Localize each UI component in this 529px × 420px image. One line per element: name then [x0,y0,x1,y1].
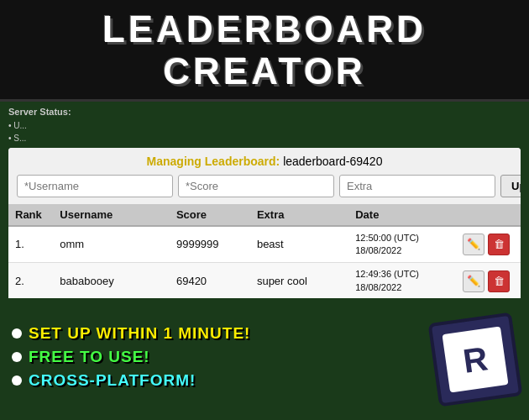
table-row: 2. bababooey 69420 super cool 12:49:36 (… [8,263,521,300]
logo-icon: R [428,312,523,407]
cell-username: bababooey [53,263,170,300]
score-input[interactable] [178,175,334,197]
bullet-icon [12,375,22,386]
header-banner: LEADERBOARD CREATOR [0,0,529,102]
username-input[interactable] [17,175,173,197]
managing-label: Managing Leaderboard: [147,155,284,168]
server-status-line2: • S... [8,132,521,144]
col-header-actions [456,204,521,226]
bullet-icon [12,352,22,362]
col-header-date: Date [348,204,456,226]
promo-area: SET UP WITHIN 1 MINUTE!FREE TO USE!CROSS… [0,298,529,420]
promo-line: CROSS-PLATFORM! [12,371,425,390]
cell-date: 12:49:36 (UTC)18/08/2022 [348,263,456,300]
cell-extra: beast [250,226,348,263]
promo-label: SET UP WITHIN 1 MINUTE! [29,324,250,343]
promo-label: CROSS-PLATFORM! [29,371,196,390]
cell-username: omm [53,226,170,263]
delete-button[interactable]: 🗑 [488,234,510,255]
promo-line: FREE TO USE! [12,348,425,366]
app-title: LEADERBOARD CREATOR [13,8,516,92]
server-status-label: Server Status: [8,105,521,119]
upload-button[interactable]: Upload New Entry [500,175,521,197]
input-row: Upload New Entry [8,171,521,204]
promo-text-block: SET UP WITHIN 1 MINUTE!FREE TO USE!CROSS… [12,324,425,395]
cell-actions: ✏️ 🗑 [456,263,521,300]
col-header-rank: Rank [8,204,53,226]
cell-rank: 1. [8,226,53,263]
table-row: 1. omm 9999999 beast 12:50:00 (UTC)18/08… [8,226,521,263]
cell-rank: 2. [8,263,53,300]
delete-button[interactable]: 🗑 [488,270,510,292]
logo-letter: R [442,326,508,392]
table-header-row: Rank Username Score Extra Date [8,204,521,226]
col-header-extra: Extra [250,204,348,226]
edit-button[interactable]: ✏️ [463,270,484,292]
server-status-area: Server Status: • U... • S... [0,102,529,148]
leaderboard-id: leaderboard-69420 [283,155,382,168]
extra-input[interactable] [339,175,495,197]
edit-button[interactable]: ✏️ [463,234,484,255]
col-header-score: Score [170,204,250,226]
cell-actions: ✏️ 🗑 [456,226,521,263]
col-header-username: Username [53,204,170,226]
leaderboard-label-row: Managing Leaderboard: leaderboard-69420 [8,148,521,171]
cell-score: 9999999 [170,226,250,263]
cell-score: 69420 [170,263,250,300]
promo-label: FREE TO USE! [29,348,150,366]
server-status-line1: • U... [8,119,521,132]
cell-extra: super cool [250,263,348,300]
bullet-icon [12,328,22,339]
promo-line: SET UP WITHIN 1 MINUTE! [12,324,425,343]
cell-date: 12:50:00 (UTC)18/08/2022 [348,226,456,263]
